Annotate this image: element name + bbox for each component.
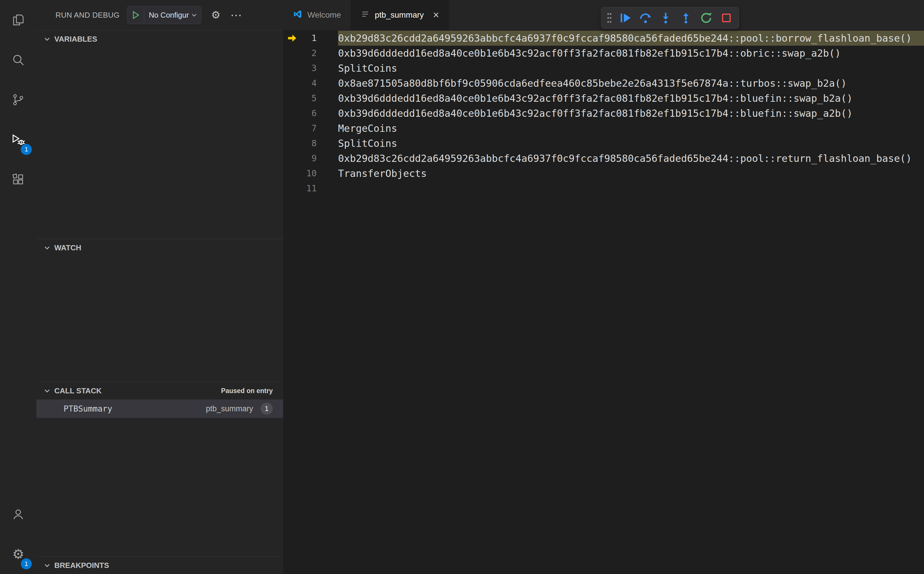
code-line[interactable]: 2 0xb39d6dddedd16ed8a40ce0b1e6b43c92acf0…: [283, 46, 924, 61]
line-number: 7: [312, 121, 317, 136]
tab-label: Welcome: [307, 10, 341, 20]
debug-gear-icon[interactable]: ⚙: [211, 10, 220, 20]
variables-section-header[interactable]: VARIABLES: [36, 30, 283, 48]
extensions-icon[interactable]: [0, 159, 36, 199]
code-line[interactable]: 4 0x8ae871505a80d8bf6bf9c05906cda6edfeea…: [283, 76, 924, 91]
call-stack-body: [36, 418, 283, 557]
line-gutter[interactable]: 8: [283, 136, 338, 151]
line-number: 10: [306, 166, 317, 181]
step-into-button[interactable]: [656, 8, 675, 27]
line-gutter[interactable]: 11: [283, 181, 338, 196]
code-line[interactable]: 3 SplitCoins: [283, 61, 924, 76]
file-list-icon: [361, 10, 370, 20]
line-text: SplitCoins: [338, 136, 924, 151]
line-number: 3: [312, 61, 317, 76]
line-number: 4: [312, 76, 317, 91]
chevron-down-icon: [43, 387, 51, 394]
toolbar-drag-handle[interactable]: [604, 8, 615, 27]
code-line[interactable]: 7 MergeCoins: [283, 121, 924, 136]
line-gutter[interactable]: 6: [283, 106, 338, 121]
step-over-button[interactable]: [636, 8, 655, 27]
settings-gear-icon[interactable]: ⚙ 1: [0, 534, 36, 574]
call-stack-section: CALL STACK Paused on entry PTBSummary pt…: [36, 382, 283, 557]
watch-section: WATCH: [36, 239, 283, 382]
variables-body: [36, 48, 283, 239]
tab-label: ptb_summary: [375, 10, 424, 20]
line-gutter[interactable]: 2: [283, 46, 338, 61]
tab-welcome[interactable]: Welcome: [283, 0, 351, 30]
source-control-icon[interactable]: [0, 80, 36, 120]
panel-header: RUN AND DEBUG No Configur ⚙ ⋯: [36, 0, 283, 30]
pause-reason-status: Paused on entry: [221, 387, 273, 395]
code-line[interactable]: 9 0xb29d83c26cdd2a64959263abbcfc4a6937f0…: [283, 151, 924, 166]
line-number: 6: [312, 106, 317, 121]
debug-count-badge: 1: [21, 144, 32, 155]
account-icon[interactable]: [0, 494, 36, 534]
config-label: No Configur: [144, 11, 191, 20]
code-line[interactable]: 10 TransferObjects: [283, 166, 924, 181]
stop-button[interactable]: [717, 8, 736, 27]
code-line[interactable]: 1 0xb29d83c26cdd2a64959263abbcfc4a6937f0…: [283, 31, 924, 46]
search-icon[interactable]: [0, 40, 36, 80]
line-text: 0xb29d83c26cdd2a64959263abbcfc4a6937f0c9…: [338, 151, 924, 166]
more-actions-icon[interactable]: ⋯: [230, 9, 242, 21]
close-tab-icon[interactable]: ×: [433, 10, 439, 20]
debug-toolbar: [601, 7, 739, 29]
line-text: 0xb39d6dddedd16ed8a40ce0b1e6b43c92acf0ff…: [338, 46, 924, 61]
line-text: [338, 181, 924, 196]
watch-section-header[interactable]: WATCH: [36, 239, 283, 256]
code-line[interactable]: 5 0xb39d6dddedd16ed8a40ce0b1e6b43c92acf0…: [283, 91, 924, 106]
chevron-down-icon: [43, 35, 51, 43]
gear-glyph: ⚙: [12, 547, 24, 561]
code-line[interactable]: 11: [283, 181, 924, 196]
line-number: 9: [312, 151, 317, 166]
vscode-window: 1 ⚙ 1 RUN AND DEBUG: [0, 0, 924, 574]
continue-button[interactable]: [616, 8, 635, 27]
run-and-debug-panel: RUN AND DEBUG No Configur ⚙ ⋯: [36, 0, 283, 574]
run-and-debug-icon[interactable]: 1: [0, 120, 36, 159]
line-number: 8: [312, 136, 317, 151]
activity-bar-bottom: ⚙ 1: [0, 494, 36, 574]
line-text: 0xb39d6dddedd16ed8a40ce0b1e6b43c92acf0ff…: [338, 106, 924, 121]
line-gutter[interactable]: 9: [283, 151, 338, 166]
play-icon: [131, 10, 140, 20]
call-stack-frame[interactable]: PTBSummary ptb_summary 1: [36, 399, 283, 418]
code-area: 1 0xb29d83c26cdd2a64959263abbcfc4a6937f0…: [283, 30, 924, 196]
editor-group: Welcome ptb_summary ×: [283, 0, 924, 574]
editor[interactable]: 1 0xb29d83c26cdd2a64959263abbcfc4a6937f0…: [283, 30, 924, 574]
line-gutter[interactable]: 5: [283, 91, 338, 106]
breakpoints-section: BREAKPOINTS: [36, 557, 283, 574]
tab-ptb-summary[interactable]: ptb_summary ×: [351, 0, 449, 30]
watch-body: [36, 256, 283, 382]
activity-bar: 1 ⚙ 1: [0, 0, 36, 574]
chevron-down-icon: [43, 244, 51, 251]
call-stack-section-header[interactable]: CALL STACK Paused on entry: [36, 382, 283, 399]
line-text: TransferObjects: [338, 166, 924, 181]
start-debugging-button[interactable]: [128, 6, 144, 24]
line-gutter[interactable]: 10: [283, 166, 338, 181]
variables-section-label: VARIABLES: [54, 35, 97, 44]
settings-count-badge: 1: [21, 558, 32, 569]
breakpoints-section-header[interactable]: BREAKPOINTS: [36, 557, 283, 574]
line-gutter[interactable]: 1: [283, 31, 338, 46]
restart-button[interactable]: [697, 8, 716, 27]
line-gutter[interactable]: 7: [283, 121, 338, 136]
line-gutter[interactable]: 4: [283, 76, 338, 91]
line-number: 2: [312, 46, 317, 61]
chevron-down-icon: [191, 11, 201, 19]
line-number: 5: [312, 91, 317, 106]
variables-section: VARIABLES: [36, 30, 283, 239]
line-gutter[interactable]: 3: [283, 61, 338, 76]
code-line[interactable]: 6 0xb39d6dddedd16ed8a40ce0b1e6b43c92acf0…: [283, 106, 924, 121]
line-text: 0xb29d83c26cdd2a64959263abbcfc4a6937f0c9…: [338, 31, 924, 46]
debug-config-dropdown[interactable]: No Configur: [127, 6, 201, 24]
line-text: 0xb39d6dddedd16ed8a40ce0b1e6b43c92acf0ff…: [338, 91, 924, 106]
frame-name: PTBSummary: [64, 404, 112, 413]
step-out-button[interactable]: [676, 8, 696, 27]
frame-count-badge: 1: [261, 403, 273, 415]
line-text: SplitCoins: [338, 61, 924, 76]
breakpoints-section-label: BREAKPOINTS: [54, 561, 109, 570]
code-line[interactable]: 8 SplitCoins: [283, 136, 924, 151]
explorer-icon[interactable]: [0, 0, 36, 40]
activity-bar-top: 1: [0, 0, 36, 199]
